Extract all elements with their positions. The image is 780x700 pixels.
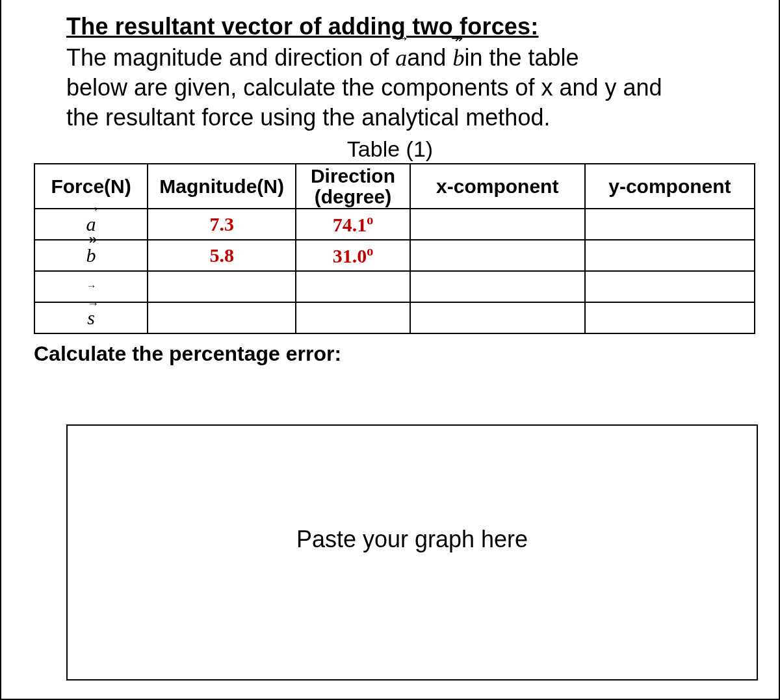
cell-magnitude-s [148,302,296,333]
col-magnitude: Magnitude(N) [148,164,296,209]
vector-a-inline: a→ [395,43,407,73]
vector-s-symbol: s→ [87,307,95,329]
tiny-arrow-icon: → [86,280,96,291]
cell-magnitude-blank [148,271,296,302]
cell-ycomp-b [585,240,755,271]
cell-direction-s [296,302,410,333]
vector-b-symbol: b↠ [86,244,96,266]
arrow-icon: → [87,298,99,309]
symbol-text: b [86,244,96,266]
symbol-text: s [87,307,95,328]
cell-force-b: b↠ [34,240,148,271]
table-row: a→ 7.3 74.1o [34,209,755,240]
arrow-icon: → [395,31,410,45]
table-caption: Table (1) [21,136,759,162]
cell-xcomp-s [410,302,585,333]
percentage-error-label: Calculate the percentage error: [34,342,759,366]
body-text-2: and [407,44,452,71]
cell-direction-b: 31.0o [296,240,410,271]
body-text-1: The magnitude and direction of [66,44,395,71]
degree-symbol: o [367,244,373,258]
graph-placeholder-text: Paste your graph here [296,526,528,553]
cell-xcomp-blank [410,271,585,302]
direction-num: 74.1 [333,214,367,235]
cell-ycomp-s [585,302,755,333]
cell-force-s: s→ [34,302,148,333]
cell-direction-blank [296,271,410,302]
cell-magnitude-b: 5.8 [148,240,296,271]
body-text-3: in the table [464,44,578,71]
body-text-5: the resultant force using the analytical… [66,104,550,131]
answer-blank-line [216,385,606,426]
col-xcomponent: x-component [410,164,585,209]
cell-direction-a: 74.1o [296,209,410,240]
table-row: s→ [34,302,755,333]
cell-ycomp-blank [585,271,755,302]
col-direction: Direction (degree) [296,164,410,209]
body-text-4: below are given, calculate the component… [66,74,662,101]
force-table: Force(N) Magnitude(N) Direction (degree)… [34,163,755,334]
arrow-icon: → [86,201,101,216]
table-row: → [34,271,755,302]
direction-label-2: (degree) [315,186,391,207]
section-heading: The resultant vector of adding two force… [66,13,759,40]
page-frame: The resultant vector of adding two force… [0,0,780,700]
cell-xcomp-b [410,240,585,271]
direction-num: 31.0 [333,245,367,266]
cell-ycomp-a [585,209,755,240]
direction-label-1: Direction [311,165,395,187]
table-header-row: Force(N) Magnitude(N) Direction (degree)… [34,164,755,209]
table-row: b↠ 5.8 31.0o [34,240,755,271]
content-block: The resultant vector of adding two force… [21,13,759,681]
cell-xcomp-a [410,209,585,240]
col-ycomponent: y-component [585,164,755,209]
cell-magnitude-a: 7.3 [148,209,296,240]
arrow-icon: ↠ [451,31,463,45]
arrow-icon: ↠ [85,233,97,247]
body-paragraph: The magnitude and direction of a→and b↠i… [66,43,759,133]
vector-b-inline: b↠ [452,43,464,73]
degree-symbol: o [367,213,373,227]
graph-placeholder-box: Paste your graph here [66,424,758,681]
